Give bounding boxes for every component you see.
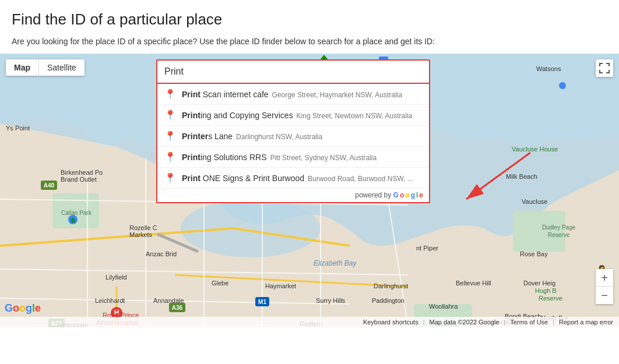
suggestion-text-4: Printing Solutions RRS Pitt Street, Sydn… (182, 153, 377, 162)
suggestion-text-2: Printing and Copying Services King Stree… (182, 111, 412, 120)
separator-3: | (553, 319, 554, 326)
suggestion-item-5[interactable]: 📍 Print ONE Signs & Print Burwood Burwoo… (157, 168, 429, 189)
map-type-satellite-btn[interactable]: Satellite (39, 59, 85, 76)
svg-rect-5 (513, 211, 565, 252)
map-container: A40 A36 M1 A34 H 🌲 🦁 Map Satellite (0, 54, 619, 327)
suggestion-item-1[interactable]: 📍 Print Scan internet cafe George Street… (157, 84, 429, 105)
page-subtitle: Are you looking for the place ID of a sp… (12, 36, 607, 48)
search-overlay: 📍 Print Scan internet cafe George Street… (156, 59, 430, 203)
terms-of-use-link[interactable]: Terms of Use (510, 319, 548, 326)
powered-by-text: powered by (355, 191, 391, 199)
google-brand: Google (393, 191, 423, 199)
zoom-out-button[interactable]: − (596, 287, 613, 304)
report-map-error-link[interactable]: Report a map error (559, 319, 613, 326)
suggestions-box: 📍 Print Scan internet cafe George Street… (156, 84, 430, 203)
location-icon-5: 📍 (164, 172, 176, 183)
zoom-controls: + − (596, 269, 613, 304)
google-logo: Google (5, 302, 41, 314)
svg-point-2 (181, 199, 321, 257)
suggestion-text-5: Print ONE Signs & Print Burwood Burwood … (182, 174, 413, 183)
powered-by-bar: powered by Google (157, 189, 429, 202)
location-icon-2: 📍 (164, 109, 176, 121)
search-input[interactable] (157, 61, 429, 83)
location-icon-1: 📍 (164, 89, 176, 100)
suggestion-text-3: Printers Lane Darlinghurst NSW, Australi… (182, 132, 322, 141)
location-icon-3: 📍 (164, 130, 176, 142)
svg-text:A36: A36 (172, 305, 183, 311)
location-icon-4: 📍 (164, 151, 176, 162)
svg-text:A40: A40 (44, 182, 55, 189)
zoom-in-button[interactable]: + (596, 269, 613, 287)
separator-2: | (504, 319, 506, 326)
map-type-map-btn[interactable]: Map (6, 59, 38, 76)
svg-text:H: H (114, 309, 119, 317)
svg-point-32 (559, 82, 566, 89)
suggestion-text-1: Print Scan internet cafe George Street, … (182, 90, 402, 99)
svg-text:🌲: 🌲 (69, 216, 77, 224)
svg-text:M1: M1 (258, 299, 266, 305)
page-header: Find the ID of a particular place Are yo… (0, 0, 619, 54)
suggestion-item-4[interactable]: 📍 Printing Solutions RRS Pitt Street, Sy… (157, 147, 429, 168)
map-bottom-bar: Keyboard shortcuts | Map data ©2022 Goog… (0, 317, 619, 327)
page-title: Find the ID of a particular place (12, 10, 607, 29)
fullscreen-button[interactable] (596, 59, 613, 77)
search-input-wrapper (156, 59, 430, 84)
suggestion-item-3[interactable]: 📍 Printers Lane Darlinghurst NSW, Austra… (157, 126, 429, 147)
map-type-control: Map Satellite (6, 59, 85, 76)
map-data-credit: Map data ©2022 Google (430, 319, 500, 326)
suggestion-item-2[interactable]: 📍 Printing and Copying Services King Str… (157, 105, 429, 126)
keyboard-shortcuts[interactable]: Keyboard shortcuts (363, 319, 418, 326)
separator-1: | (423, 319, 425, 326)
